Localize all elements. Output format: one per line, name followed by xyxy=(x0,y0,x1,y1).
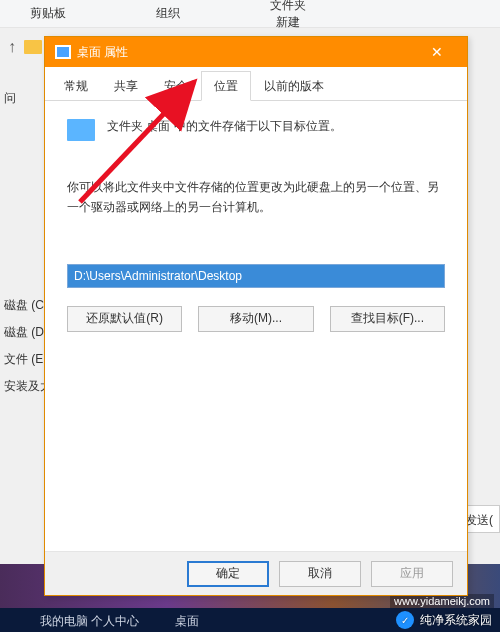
close-button[interactable]: ✕ xyxy=(417,37,457,67)
tab-row: 常规 共享 安全 位置 以前的版本 xyxy=(45,67,467,101)
tab-body: 文件夹 桌面 中的文件存储于以下目标位置。 你可以将此文件夹中文件存储的位置更改… xyxy=(45,101,467,344)
ok-button[interactable]: 确定 xyxy=(187,561,269,587)
dialog-titlebar[interactable]: 桌面 属性 ✕ xyxy=(45,37,467,67)
apply-button[interactable]: 应用 xyxy=(371,561,453,587)
folder-icon xyxy=(67,119,95,141)
properties-dialog: 桌面 属性 ✕ 常规 共享 安全 位置 以前的版本 文件夹 桌面 中的文件存储于… xyxy=(44,36,468,596)
up-arrow-icon[interactable]: ↑ xyxy=(8,38,16,56)
watermark-logo-icon: ✓ xyxy=(396,611,414,629)
watermark: ✓ 纯净系统家园 xyxy=(396,608,494,632)
desktop-icon xyxy=(55,45,71,59)
watermark-url: www.yidameikj.com xyxy=(390,594,494,608)
action-button-row: 还原默认值(R) 移动(M)... 查找目标(F)... xyxy=(67,306,445,332)
tab-sharing[interactable]: 共享 xyxy=(101,71,151,100)
watermark-text: 纯净系统家园 xyxy=(420,612,492,629)
ribbon-group: 剪贴板 xyxy=(30,5,66,22)
taskbar-item[interactable]: 桌面 xyxy=(175,613,199,630)
ribbon-group: 文件夹 新建 xyxy=(270,0,306,31)
taskbar-item[interactable]: 我的电脑 个人中心 xyxy=(40,613,139,630)
explorer-ribbon: 剪贴板 组织 文件夹 新建 xyxy=(0,0,500,28)
cancel-button[interactable]: 取消 xyxy=(279,561,361,587)
location-description: 你可以将此文件夹中文件存储的位置更改为此硬盘上的另一个位置、另一个驱动器或网络上… xyxy=(67,177,445,218)
tab-previous-versions[interactable]: 以前的版本 xyxy=(251,71,337,100)
restore-default-button[interactable]: 还原默认值(R) xyxy=(67,306,182,332)
tab-security[interactable]: 安全 xyxy=(151,71,201,100)
location-heading: 文件夹 桌面 中的文件存储于以下目标位置。 xyxy=(107,117,342,136)
folder-icon xyxy=(24,40,42,54)
target-path-input[interactable] xyxy=(67,264,445,288)
tab-location[interactable]: 位置 xyxy=(201,71,251,101)
dialog-title: 桌面 属性 xyxy=(77,44,128,61)
find-target-button[interactable]: 查找目标(F)... xyxy=(330,306,445,332)
tab-general[interactable]: 常规 xyxy=(51,71,101,100)
dialog-footer: 确定 取消 应用 xyxy=(45,551,467,595)
ribbon-group: 组织 xyxy=(156,5,180,22)
taskbar: 我的电脑 个人中心 桌面 xyxy=(40,610,199,632)
move-button[interactable]: 移动(M)... xyxy=(198,306,313,332)
